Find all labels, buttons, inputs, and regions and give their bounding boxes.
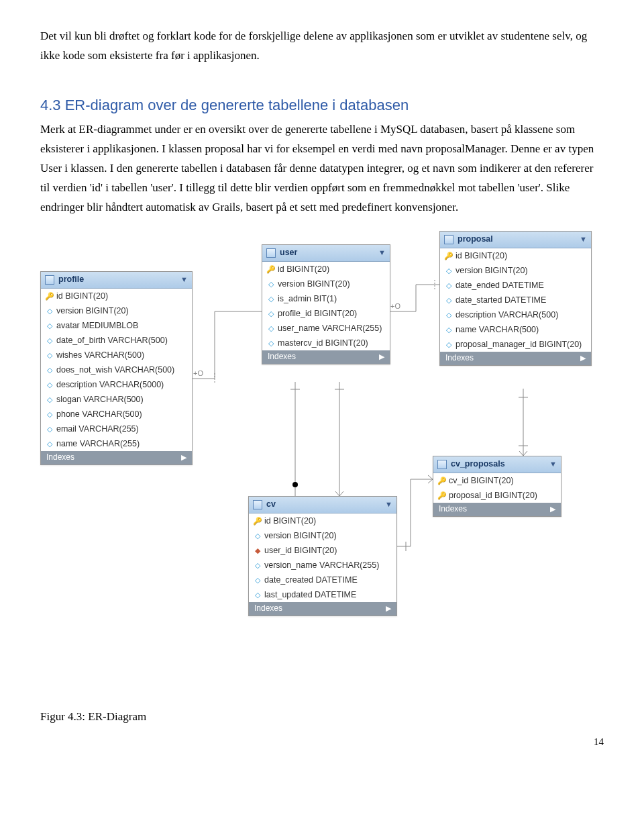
column-row: ◇avatar MEDIUMBLOB [41,318,192,333]
column-icon: ◇ [45,393,54,405]
table-icon [45,275,54,285]
column-icon: ◇ [253,530,262,542]
column-label: mastercv_id BIGINT(20) [278,337,368,349]
key-icon: 🔑 [266,263,275,275]
column-row: ◇name VARCHAR(500) [440,322,591,337]
column-row: ◇version BIGINT(20) [440,263,591,278]
page-number: 14 [40,734,604,751]
column-label: description VARCHAR(5000) [56,379,164,391]
column-row: ◇mastercv_id BIGINT(20) [262,336,390,350]
column-row: ◇email VARCHAR(255) [41,422,192,436]
column-label: version BIGINT(20) [264,530,337,542]
svg-text:+O: +O [193,369,203,377]
figure-caption: Figur 4.3: ER-Diagram [40,707,604,727]
key-icon: 🔑 [437,475,446,487]
column-icon: ◇ [45,349,54,361]
table-cv-proposals-indexes: Indexes ▶ [433,503,561,516]
column-icon: ◇ [266,307,275,320]
column-icon: ◇ [45,408,54,420]
chevron-down-icon: ▼ [378,246,386,259]
table-profile: profile ▼ 🔑id BIGINT(20)◇version BIGINT(… [40,271,193,465]
indexes-label: Indexes [445,351,474,364]
intro-paragraph: Det vil kun bli drøftet og forklart kode… [40,27,604,66]
table-profile-indexes: Indexes ▶ [41,451,192,464]
column-label: email VARCHAR(255) [56,423,139,435]
column-row: ◇date_of_birth VARCHAR(500) [41,333,192,348]
column-icon: ◇ [45,423,54,435]
column-row: 🔑cv_id BIGINT(20) [433,473,561,488]
column-label: date_of_birth VARCHAR(500) [56,334,168,346]
column-row: 🔑id BIGINT(20) [440,248,591,263]
arrow-right-icon: ▶ [580,352,586,364]
column-label: proposal_manager_id BIGINT(20) [455,338,582,350]
table-user-indexes: Indexes ▶ [262,350,390,364]
column-label: name VARCHAR(500) [455,324,539,336]
column-icon: ◇ [266,322,275,334]
column-row: ◇description VARCHAR(5000) [41,377,192,392]
column-row: ◇version BIGINT(20) [249,528,396,543]
column-icon: ◇ [253,589,262,601]
key-icon: 🔑 [253,515,262,527]
column-icon: ◇ [266,293,275,305]
column-label: date_created DATETIME [264,574,358,586]
column-icon: ◇ [444,279,453,291]
column-label: version BIGINT(20) [278,278,350,290]
column-icon: ◇ [266,278,275,290]
column-label: proposal_id BIGINT(20) [449,489,537,501]
table-user: user ▼ 🔑id BIGINT(20)◇version BIGINT(20)… [262,244,390,364]
svg-point-4 [292,482,298,487]
column-row: 🔑id BIGINT(20) [262,262,390,277]
table-cv-indexes: Indexes ▶ [249,602,396,616]
column-label: avatar MEDIUMBLOB [56,320,138,332]
column-icon: ◇ [444,264,453,277]
column-row: ◇version BIGINT(20) [41,303,192,318]
column-label: wishes VARCHAR(500) [56,349,144,361]
column-label: version BIGINT(20) [56,305,129,317]
column-label: last_updated DATETIME [264,589,356,601]
column-icon: ◇ [45,334,54,346]
column-label: is_admin BIT(1) [278,293,337,305]
column-label: description VARCHAR(500) [455,309,558,321]
indexes-label: Indexes [46,450,74,464]
column-label: phone VARCHAR(500) [56,408,142,420]
indexes-label: Indexes [254,601,282,615]
table-cv: cv ▼ 🔑id BIGINT(20)◇version BIGINT(20)◆u… [248,496,397,616]
table-icon [444,235,453,244]
column-icon: ◇ [266,337,275,349]
column-label: date_ended DATETIME [455,279,544,291]
table-proposal-header: proposal ▼ [440,232,591,248]
chevron-down-icon: ▼ [385,498,392,511]
table-cv-columns: 🔑id BIGINT(20)◇version BIGINT(20)◆user_i… [249,513,396,602]
key-icon: 🔑 [437,489,446,501]
chevron-down-icon: ▼ [549,458,557,471]
column-icon: ◇ [45,379,54,391]
column-row: ◇name VARCHAR(255) [41,436,192,451]
column-label: id BIGINT(20) [56,290,108,302]
table-cv-proposals-header: cv_proposals ▼ [433,456,561,473]
column-label: does_not_wish VARCHAR(500) [56,364,174,376]
column-row: 🔑proposal_id BIGINT(20) [433,488,561,503]
indexes-label: Indexes [439,502,467,515]
chevron-down-icon: ▼ [580,233,587,246]
column-icon: ◇ [45,438,54,450]
column-row: ◇phone VARCHAR(500) [41,407,192,422]
column-row: ◇wishes VARCHAR(500) [41,348,192,362]
arrow-right-icon: ▶ [181,451,186,464]
table-user-title: user [280,246,297,260]
column-label: id BIGINT(20) [455,250,507,262]
table-proposal-title: proposal [458,232,493,246]
svg-text:+O: +O [390,302,400,310]
column-row: 🔑id BIGINT(20) [249,513,396,528]
arrow-right-icon: ▶ [550,503,555,515]
column-row: 🔑id BIGINT(20) [41,289,192,303]
column-icon: ◇ [444,309,453,321]
table-icon [437,460,447,469]
indexes-label: Indexes [268,350,296,363]
table-profile-title: profile [58,273,84,287]
column-row: ◇date_created DATETIME [249,573,396,587]
column-label: version_name VARCHAR(255) [264,559,379,571]
column-row: ◇last_updated DATETIME [249,587,396,602]
section-body: Merk at ER-diagrammet under er en oversi… [40,120,604,217]
section-heading: 4.3 ER-diagram over de genererte tabelle… [40,93,604,117]
table-proposal: proposal ▼ 🔑id BIGINT(20)◇version BIGINT… [439,231,592,366]
